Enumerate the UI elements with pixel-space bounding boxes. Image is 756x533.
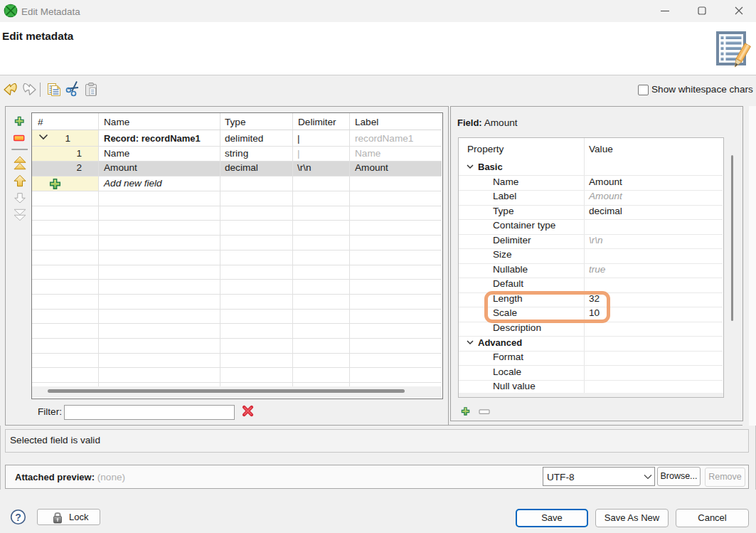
- svg-text:?: ?: [15, 512, 21, 523]
